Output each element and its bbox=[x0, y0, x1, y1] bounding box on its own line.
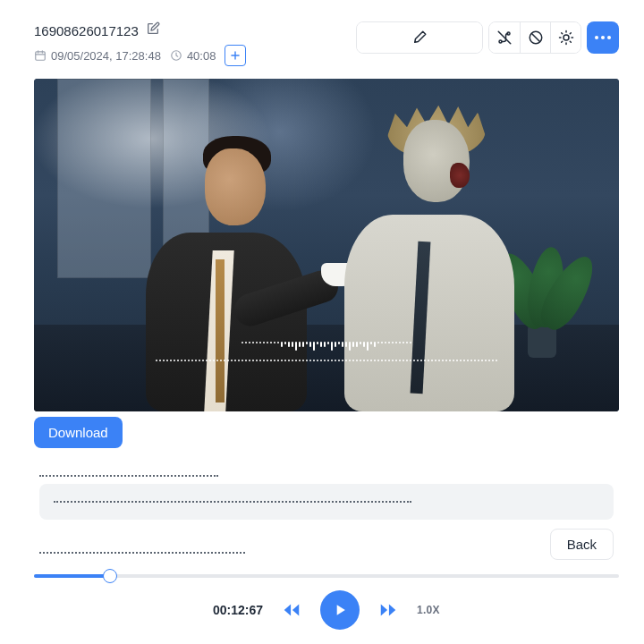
calendar-icon bbox=[34, 49, 47, 62]
duration-meta: 40:08 bbox=[170, 49, 216, 63]
add-button[interactable] bbox=[225, 45, 246, 66]
input-line-1[interactable] bbox=[39, 475, 218, 477]
input-line-2[interactable] bbox=[39, 484, 614, 520]
transport-controls: 00:12:67 1.0X bbox=[34, 590, 619, 630]
input-line-3[interactable] bbox=[39, 552, 245, 554]
play-icon bbox=[331, 601, 349, 619]
dots-icon bbox=[595, 36, 611, 39]
rewind-button[interactable] bbox=[279, 597, 304, 623]
header-bar: 16908626017123 09/05/2024, 17:28:48 bbox=[34, 21, 619, 66]
record-title: 16908626017123 bbox=[34, 23, 139, 38]
download-button[interactable]: Download bbox=[34, 417, 123, 448]
svg-point-5 bbox=[564, 35, 569, 40]
video-frame bbox=[34, 79, 619, 411]
svg-rect-0 bbox=[36, 52, 46, 60]
play-button[interactable] bbox=[320, 590, 360, 630]
rewind-icon bbox=[282, 600, 301, 620]
duration-value: 40:08 bbox=[187, 49, 216, 63]
current-time: 00:12:67 bbox=[200, 603, 263, 617]
date-meta: 09/05/2024, 17:28:48 bbox=[34, 49, 161, 63]
route-off-button[interactable] bbox=[489, 22, 520, 53]
waveform-overlay bbox=[156, 342, 497, 361]
plus-icon bbox=[229, 49, 242, 62]
edit-title-icon[interactable] bbox=[146, 21, 160, 39]
seek-bar[interactable] bbox=[34, 565, 619, 585]
pencil-icon bbox=[411, 30, 428, 46]
date-value: 09/05/2024, 17:28:48 bbox=[51, 49, 161, 63]
forward-button[interactable] bbox=[376, 597, 401, 623]
route-off-icon bbox=[496, 30, 513, 46]
video-preview[interactable] bbox=[34, 79, 619, 411]
clock-icon bbox=[170, 49, 182, 62]
playback-speed[interactable]: 1.0X bbox=[417, 604, 453, 616]
sun-icon bbox=[558, 30, 574, 46]
circle-slash-icon bbox=[528, 30, 544, 46]
brightness-button[interactable] bbox=[550, 22, 580, 53]
more-button[interactable] bbox=[587, 21, 619, 54]
edit-button[interactable] bbox=[357, 22, 482, 53]
forward-icon bbox=[378, 600, 398, 620]
block-button[interactable] bbox=[520, 22, 550, 53]
toolbar bbox=[356, 21, 619, 54]
back-button[interactable]: Back bbox=[550, 529, 614, 560]
